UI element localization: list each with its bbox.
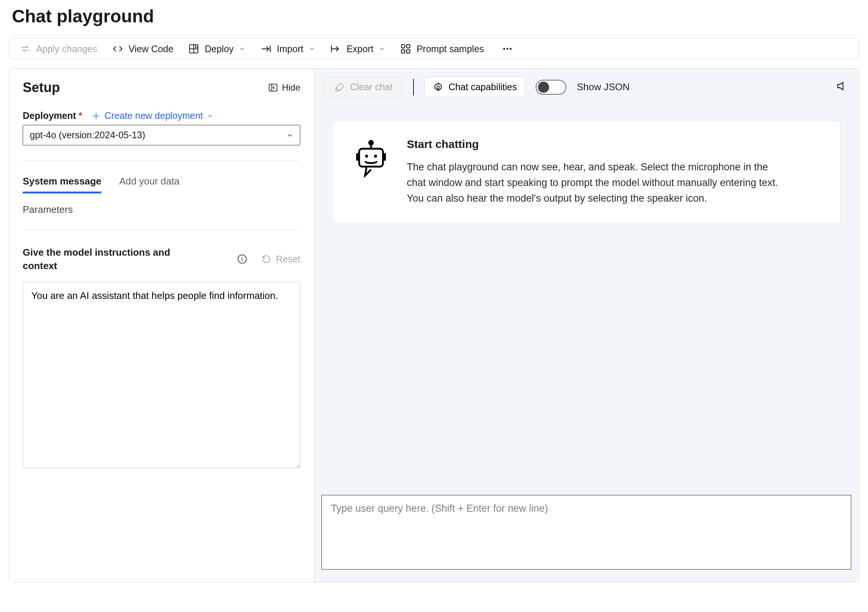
hide-label: Hide bbox=[282, 82, 300, 93]
svg-rect-1 bbox=[401, 45, 405, 48]
required-indicator: * bbox=[79, 110, 82, 121]
chat-input-row bbox=[314, 495, 859, 582]
svg-point-7 bbox=[510, 48, 512, 50]
show-json-label: Show JSON bbox=[577, 81, 629, 93]
deploy-label: Deploy bbox=[205, 43, 234, 54]
chevron-down-icon bbox=[287, 132, 293, 139]
chat-capabilities-label: Chat capabilities bbox=[448, 82, 517, 92]
view-code-label: View Code bbox=[129, 43, 173, 54]
undo-icon bbox=[261, 254, 271, 264]
svg-point-12 bbox=[369, 141, 373, 144]
svg-point-17 bbox=[365, 155, 368, 158]
setup-heading: Setup bbox=[23, 80, 60, 95]
setup-panel: Setup Hide Deployment * Create new deplo… bbox=[9, 68, 314, 582]
prompt-samples-button[interactable]: Prompt samples bbox=[400, 43, 484, 54]
svg-rect-4 bbox=[407, 50, 410, 53]
svg-rect-15 bbox=[356, 153, 359, 161]
broom-icon bbox=[335, 82, 345, 92]
hide-panel-button[interactable]: Hide bbox=[268, 82, 300, 93]
svg-point-10 bbox=[242, 257, 243, 258]
workbench: Setup Hide Deployment * Create new deplo… bbox=[9, 68, 859, 582]
export-icon bbox=[330, 43, 341, 54]
clear-chat-button: Clear chat bbox=[324, 77, 403, 97]
info-icon[interactable] bbox=[237, 253, 248, 265]
deployment-label: Deployment bbox=[23, 110, 76, 121]
import-label: Import bbox=[277, 43, 303, 54]
divider bbox=[23, 160, 300, 161]
import-dropdown[interactable]: Import bbox=[260, 43, 315, 54]
create-deployment-label: Create new deployment bbox=[105, 110, 203, 121]
action-toolbar: Apply changes View Code Deploy Import Ex… bbox=[9, 38, 859, 59]
chat-toolbar: Clear chat Chat capabilities Show JSON bbox=[314, 68, 859, 106]
speaker-icon bbox=[835, 80, 848, 92]
export-label: Export bbox=[346, 43, 373, 54]
chat-panel: Clear chat Chat capabilities Show JSON bbox=[314, 68, 859, 582]
divider bbox=[23, 230, 300, 231]
parameters-link[interactable]: Parameters bbox=[23, 204, 300, 216]
bot-icon bbox=[353, 138, 389, 207]
export-dropdown[interactable]: Export bbox=[330, 43, 385, 54]
reset-button: Reset bbox=[261, 254, 300, 265]
collapse-icon bbox=[268, 82, 278, 93]
separator bbox=[413, 79, 414, 95]
deployment-select[interactable]: gpt-4o (version:2024-05-13) bbox=[23, 125, 300, 145]
deployment-value: gpt-4o (version:2024-05-13) bbox=[30, 130, 145, 140]
start-chatting-card: Start chatting The chat playground can n… bbox=[332, 120, 841, 224]
chevron-down-icon bbox=[239, 45, 245, 52]
grid-icon bbox=[400, 43, 411, 54]
setup-tabs: System message Add your data bbox=[23, 176, 300, 193]
chat-input[interactable] bbox=[321, 495, 851, 570]
prompt-samples-label: Prompt samples bbox=[417, 43, 484, 54]
more-actions-button[interactable] bbox=[502, 43, 513, 54]
clear-chat-label: Clear chat bbox=[350, 82, 393, 92]
tab-system-message[interactable]: System message bbox=[23, 176, 101, 193]
speaker-button[interactable] bbox=[835, 80, 848, 95]
swap-icon bbox=[20, 43, 31, 54]
svg-point-5 bbox=[503, 48, 505, 50]
apply-changes-label: Apply changes bbox=[36, 43, 97, 54]
svg-point-18 bbox=[374, 155, 377, 158]
deploy-icon bbox=[188, 43, 199, 54]
start-chatting-body: The chat playground can now see, hear, a… bbox=[407, 160, 779, 207]
svg-rect-16 bbox=[383, 153, 386, 161]
reset-label: Reset bbox=[276, 254, 300, 265]
svg-rect-2 bbox=[407, 45, 410, 48]
toggle-knob bbox=[538, 82, 549, 93]
import-icon bbox=[260, 43, 271, 54]
chevron-down-icon bbox=[207, 113, 214, 119]
apply-changes-button: Apply changes bbox=[20, 43, 97, 54]
chat-capabilities-button[interactable]: Chat capabilities bbox=[424, 77, 525, 97]
view-code-button[interactable]: View Code bbox=[112, 43, 173, 54]
chevron-down-icon bbox=[308, 45, 315, 52]
system-message-textarea[interactable] bbox=[23, 282, 300, 468]
gear-icon bbox=[433, 82, 443, 92]
svg-point-6 bbox=[507, 48, 508, 50]
svg-rect-3 bbox=[401, 50, 405, 53]
tab-add-your-data[interactable]: Add your data bbox=[119, 176, 180, 193]
more-icon bbox=[502, 43, 513, 54]
start-chatting-title: Start chatting bbox=[407, 138, 779, 151]
deploy-dropdown[interactable]: Deploy bbox=[188, 43, 245, 54]
chevron-down-icon bbox=[378, 45, 385, 52]
show-json-toggle[interactable] bbox=[536, 80, 566, 95]
code-icon bbox=[112, 43, 123, 54]
page-title: Chat playground bbox=[9, 6, 859, 26]
instructions-label: Give the model instructions and context bbox=[23, 245, 179, 273]
create-deployment-link[interactable]: Create new deployment bbox=[91, 110, 214, 121]
svg-point-11 bbox=[437, 86, 439, 89]
plus-icon bbox=[91, 111, 101, 121]
